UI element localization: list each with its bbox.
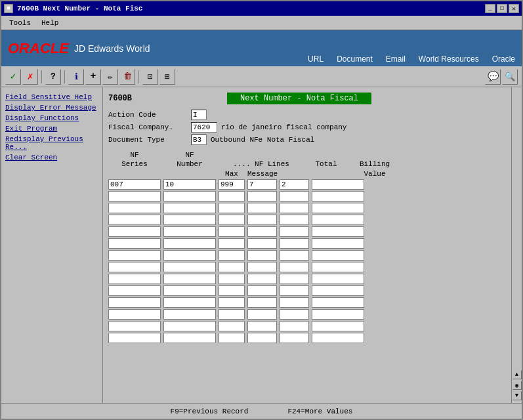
total-cell[interactable] <box>280 285 309 296</box>
total-cell[interactable] <box>280 203 309 213</box>
billing-cell[interactable] <box>312 333 364 343</box>
message-cell[interactable] <box>247 226 277 237</box>
nav-url[interactable]: URL <box>308 54 324 66</box>
billing-cell[interactable] <box>312 321 364 331</box>
number-cell[interactable] <box>163 285 216 296</box>
scroll-mid-button[interactable]: ◉ <box>513 381 522 390</box>
message-cell[interactable] <box>247 274 277 284</box>
add-button[interactable]: + <box>85 69 101 85</box>
number-cell[interactable] <box>163 238 216 249</box>
sidebar-exit-program[interactable]: Exit Program <box>4 124 100 133</box>
billing-cell[interactable] <box>312 297 364 308</box>
max-cell[interactable] <box>219 226 245 237</box>
total-cell[interactable] <box>280 179 309 190</box>
billing-cell[interactable] <box>312 215 364 225</box>
total-cell[interactable] <box>280 250 309 261</box>
max-cell[interactable] <box>219 262 245 272</box>
number-cell[interactable] <box>163 321 216 331</box>
message-cell[interactable] <box>247 203 277 213</box>
number-cell[interactable] <box>163 226 216 237</box>
total-cell[interactable] <box>280 262 309 272</box>
series-cell[interactable] <box>108 191 161 201</box>
number-cell[interactable] <box>163 309 216 320</box>
billing-cell[interactable] <box>312 238 364 249</box>
series-cell[interactable] <box>108 250 161 261</box>
max-cell[interactable] <box>219 250 245 261</box>
number-cell[interactable] <box>163 274 216 284</box>
nav-world-resources[interactable]: World Resources <box>419 54 479 66</box>
number-cell[interactable] <box>163 203 216 213</box>
max-cell[interactable] <box>219 179 245 190</box>
search-button[interactable]: 🔍 <box>502 69 518 85</box>
action-code-input[interactable] <box>191 110 207 120</box>
series-cell[interactable] <box>108 274 161 284</box>
total-cell[interactable] <box>280 191 309 201</box>
nav-email[interactable]: Email <box>386 54 406 66</box>
total-cell[interactable] <box>280 309 309 320</box>
chat-button[interactable]: 💬 <box>485 69 501 85</box>
series-cell[interactable] <box>108 285 161 296</box>
number-cell[interactable] <box>163 215 216 225</box>
series-cell[interactable] <box>108 238 161 249</box>
total-cell[interactable] <box>280 226 309 237</box>
max-cell[interactable] <box>219 285 245 296</box>
total-cell[interactable] <box>280 333 309 343</box>
series-cell[interactable] <box>108 203 161 213</box>
series-cell[interactable] <box>108 297 161 308</box>
scroll-up-button[interactable]: ▲ <box>513 370 522 379</box>
billing-cell[interactable] <box>312 250 364 261</box>
message-cell[interactable] <box>247 309 277 320</box>
edit-button[interactable]: ✏ <box>102 69 118 85</box>
sidebar-display-functions[interactable]: Display Functions <box>4 114 100 123</box>
number-cell[interactable] <box>163 179 216 190</box>
maximize-button[interactable]: □ <box>497 4 507 13</box>
message-cell[interactable] <box>247 179 277 190</box>
nav-document[interactable]: Document <box>337 54 373 66</box>
max-cell[interactable] <box>219 274 245 284</box>
series-cell[interactable] <box>108 215 161 225</box>
max-cell[interactable] <box>219 309 245 320</box>
billing-cell[interactable] <box>312 191 364 201</box>
close-button[interactable]: ✕ <box>509 4 519 13</box>
series-cell[interactable] <box>108 333 161 343</box>
total-cell[interactable] <box>280 297 309 308</box>
fiscal-company-input[interactable] <box>191 122 217 133</box>
scroll-down-button[interactable]: ▼ <box>513 391 522 400</box>
menu-tools[interactable]: Tools <box>4 18 36 28</box>
paste-button[interactable]: ⊞ <box>159 69 175 85</box>
cancel-button[interactable]: ✗ <box>22 69 38 85</box>
message-cell[interactable] <box>247 238 277 249</box>
max-cell[interactable] <box>219 191 245 201</box>
billing-cell[interactable] <box>312 274 364 284</box>
total-cell[interactable] <box>280 238 309 249</box>
sidebar-redisplay-previous[interactable]: Redisplay Previous Re... <box>4 135 100 152</box>
series-cell[interactable] <box>108 321 161 331</box>
message-cell[interactable] <box>247 285 277 296</box>
number-cell[interactable] <box>163 297 216 308</box>
total-cell[interactable] <box>280 321 309 331</box>
total-cell[interactable] <box>280 215 309 225</box>
billing-cell[interactable] <box>312 179 364 190</box>
nav-oracle[interactable]: Oracle <box>492 54 515 66</box>
minimize-button[interactable]: _ <box>485 4 495 13</box>
copy-button[interactable]: ⊡ <box>142 69 158 85</box>
sidebar-field-sensitive-help[interactable]: Field Sensitive Help <box>4 93 100 102</box>
document-type-input[interactable] <box>191 135 207 145</box>
billing-cell[interactable] <box>312 203 364 213</box>
number-cell[interactable] <box>163 262 216 272</box>
billing-cell[interactable] <box>312 309 364 320</box>
max-cell[interactable] <box>219 321 245 331</box>
message-cell[interactable] <box>247 215 277 225</box>
message-cell[interactable] <box>247 250 277 261</box>
message-cell[interactable] <box>247 297 277 308</box>
series-cell[interactable] <box>108 309 161 320</box>
message-cell[interactable] <box>247 191 277 201</box>
menu-help[interactable]: Help <box>36 18 64 28</box>
message-cell[interactable] <box>247 321 277 331</box>
number-cell[interactable] <box>163 191 216 201</box>
max-cell[interactable] <box>219 238 245 249</box>
billing-cell[interactable] <box>312 262 364 272</box>
sidebar-display-error-message[interactable]: Display Error Message <box>4 103 100 112</box>
max-cell[interactable] <box>219 297 245 308</box>
number-cell[interactable] <box>163 250 216 261</box>
